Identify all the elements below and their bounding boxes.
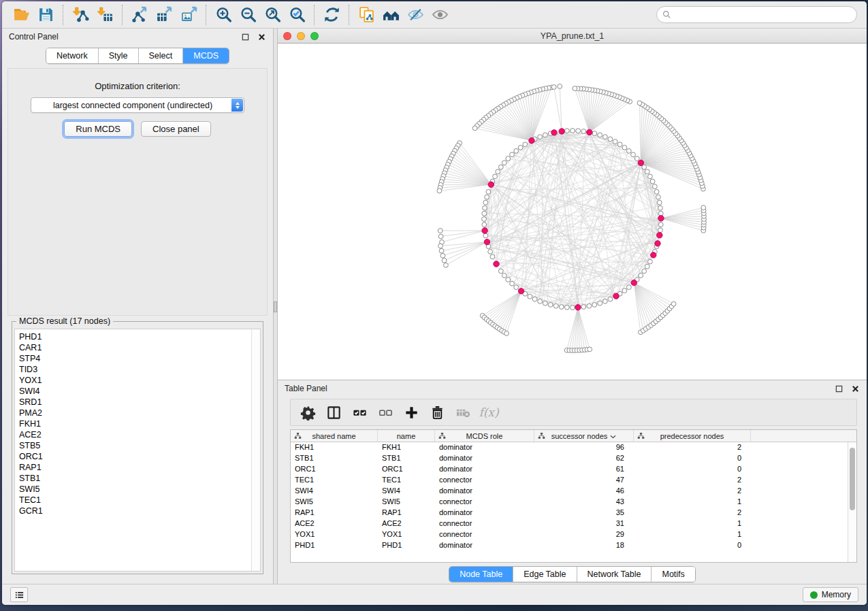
mcds-result-item[interactable]: STP4 bbox=[19, 353, 260, 364]
mcds-result-item[interactable]: CAR1 bbox=[19, 342, 260, 353]
table-row[interactable]: PHD1PHD1dominator180 bbox=[291, 540, 856, 551]
mcds-node[interactable] bbox=[631, 280, 637, 285]
table-row[interactable]: SWI4SWI4dominator462 bbox=[291, 486, 856, 497]
refresh-button[interactable] bbox=[319, 4, 344, 26]
import-table-button[interactable] bbox=[93, 4, 117, 26]
table-tab-edge-table[interactable]: Edge Table bbox=[513, 567, 577, 582]
close-window-icon[interactable] bbox=[283, 32, 291, 40]
export-image-button[interactable] bbox=[176, 4, 201, 26]
mcds-result-item[interactable]: GCR1 bbox=[19, 506, 260, 516]
settings-button[interactable] bbox=[295, 401, 321, 423]
float-table-panel-icon[interactable] bbox=[834, 384, 843, 393]
mcds-result-item[interactable]: PMA2 bbox=[19, 408, 260, 418]
select-all-columns-button[interactable] bbox=[347, 401, 372, 423]
save-button[interactable] bbox=[33, 4, 58, 26]
copy-view-button[interactable] bbox=[354, 4, 379, 26]
mcds-node[interactable] bbox=[575, 305, 581, 310]
mcds-result-item[interactable]: TID3 bbox=[19, 364, 260, 375]
run-mcds-button[interactable]: Run MCDS bbox=[64, 121, 132, 137]
mcds-result-item[interactable]: ACE2 bbox=[19, 429, 260, 440]
tab-style[interactable]: Style bbox=[99, 48, 139, 63]
table-row[interactable]: YOX1YOX1connector291 bbox=[291, 529, 856, 540]
column-header-shared-name[interactable]: shared name bbox=[291, 430, 378, 442]
table-tab-motifs[interactable]: Motifs bbox=[652, 567, 694, 582]
hide-selected-button[interactable] bbox=[403, 4, 428, 26]
zoom-fit-button[interactable] bbox=[260, 4, 285, 26]
tab-select[interactable]: Select bbox=[139, 48, 184, 63]
mcds-node[interactable] bbox=[484, 239, 489, 244]
task-history-button[interactable] bbox=[10, 587, 28, 602]
mcds-node[interactable] bbox=[657, 232, 662, 237]
close-table-panel-icon[interactable] bbox=[850, 384, 860, 393]
show-hidden-button[interactable] bbox=[428, 4, 452, 26]
network-view-canvas[interactable] bbox=[278, 44, 867, 380]
table-scrollbar-thumb[interactable] bbox=[850, 448, 855, 510]
table-row[interactable]: SWI5SWI5connector431 bbox=[291, 497, 856, 508]
mcds-node[interactable] bbox=[587, 129, 592, 135]
mcds-list-scrollbar[interactable] bbox=[251, 329, 260, 571]
mcds-result-item[interactable]: ORC1 bbox=[19, 451, 260, 462]
optimization-criterion-select[interactable]: largest connected component (undirected) bbox=[31, 97, 244, 113]
mcds-node[interactable] bbox=[551, 130, 557, 135]
zoom-window-icon[interactable] bbox=[310, 32, 319, 40]
mcds-result-list[interactable]: PHD1CAR1STP4TID3YOX1SWI4SRD1PMA2FKH1ACE2… bbox=[14, 329, 261, 572]
splitter-handle-icon[interactable] bbox=[274, 301, 277, 312]
table-tab-network-table[interactable]: Network Table bbox=[577, 567, 652, 582]
add-column-button[interactable] bbox=[398, 401, 424, 423]
column-header-name[interactable]: name bbox=[378, 430, 435, 442]
delete-column-button[interactable] bbox=[424, 401, 450, 423]
mcds-result-item[interactable]: FKH1 bbox=[19, 418, 260, 429]
mcds-result-item[interactable]: STB5 bbox=[19, 440, 260, 451]
mcds-result-item[interactable]: YOX1 bbox=[19, 375, 260, 386]
table-row[interactable]: ACE2ACE2connector311 bbox=[291, 518, 856, 529]
overview-button[interactable] bbox=[379, 4, 403, 26]
memory-button[interactable]: Memory bbox=[803, 587, 858, 602]
mcds-node[interactable] bbox=[638, 160, 643, 165]
mcds-node[interactable] bbox=[529, 137, 534, 143]
column-header-MCDS-role[interactable]: MCDS role bbox=[435, 430, 534, 442]
mcds-node[interactable] bbox=[482, 228, 487, 233]
column-header-predecessor-nodes[interactable]: predecessor nodes bbox=[634, 430, 751, 442]
table-scrollbar[interactable] bbox=[848, 442, 856, 562]
zoom-in-button[interactable] bbox=[211, 4, 236, 26]
zoom-out-button[interactable] bbox=[236, 4, 260, 26]
table-row[interactable]: STB1STB1dominator620 bbox=[291, 453, 856, 464]
export-table-button[interactable] bbox=[152, 4, 176, 26]
minimize-window-icon[interactable] bbox=[297, 32, 305, 40]
zoom-selected-button[interactable] bbox=[285, 4, 309, 26]
table-row[interactable]: RAP1RAP1dominator352 bbox=[291, 508, 856, 518]
table-tab-node-table[interactable]: Node Table bbox=[449, 567, 513, 582]
table-row[interactable]: ORC1ORC1dominator610 bbox=[291, 464, 856, 475]
close-panel-button[interactable]: Close panel bbox=[141, 121, 211, 137]
mcds-node[interactable] bbox=[613, 293, 619, 299]
mcds-node[interactable] bbox=[518, 288, 524, 294]
mcds-result-item[interactable]: TEC1 bbox=[19, 495, 260, 506]
column-header-successor-nodes[interactable]: successor nodes bbox=[534, 430, 634, 442]
mcds-node[interactable] bbox=[651, 252, 656, 258]
mcds-node[interactable] bbox=[494, 261, 499, 267]
mcds-result-item[interactable]: SWI5 bbox=[19, 484, 260, 495]
table-row[interactable]: TEC1TEC1connector472 bbox=[291, 475, 856, 486]
table-row[interactable]: FKH1FKH1dominator962 bbox=[291, 442, 856, 453]
mcds-node[interactable] bbox=[488, 182, 494, 187]
mcds-result-item[interactable]: RAP1 bbox=[19, 462, 260, 473]
unselect-all-columns-button[interactable] bbox=[372, 401, 398, 423]
mcds-node[interactable] bbox=[658, 216, 664, 221]
open-button[interactable] bbox=[9, 4, 33, 26]
close-panel-icon[interactable] bbox=[257, 32, 266, 42]
panel-splitter[interactable] bbox=[273, 29, 278, 584]
mcds-node[interactable] bbox=[655, 241, 660, 246]
mcds-node[interactable] bbox=[559, 129, 564, 134]
export-network-button[interactable] bbox=[127, 4, 152, 26]
split-columns-button[interactable] bbox=[321, 401, 347, 423]
mcds-result-item[interactable]: STB1 bbox=[19, 473, 260, 484]
tab-network[interactable]: Network bbox=[46, 48, 99, 63]
mcds-result-item[interactable]: SWI4 bbox=[19, 386, 260, 397]
search-input[interactable] bbox=[656, 6, 857, 23]
mcds-result-item[interactable]: SRD1 bbox=[19, 397, 260, 408]
import-network-button[interactable] bbox=[68, 4, 93, 26]
network-graph[interactable] bbox=[278, 44, 867, 380]
mcds-result-item[interactable]: PHD1 bbox=[19, 331, 260, 342]
tab-mcds[interactable]: MCDS bbox=[183, 48, 229, 63]
float-panel-icon[interactable] bbox=[240, 32, 250, 42]
